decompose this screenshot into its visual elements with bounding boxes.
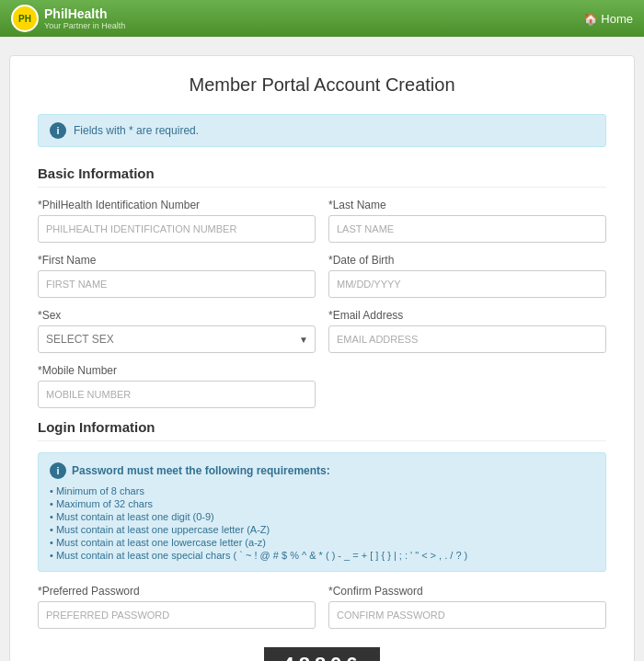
- preferred-pw-input[interactable]: [38, 601, 316, 629]
- last-name-label: *Last Name: [328, 199, 606, 211]
- info-icon: i: [50, 122, 66, 139]
- group-email: *Email Address: [328, 309, 606, 353]
- req-item-5: Must contain at least one lowercase lett…: [50, 536, 594, 549]
- req-item-4: Must contain at least one uppercase lett…: [50, 523, 594, 536]
- row-firstname-dob: *First Name *Date of Birth: [38, 254, 606, 298]
- logo-name: PhilHealth: [44, 6, 107, 21]
- group-first-name: *First Name: [38, 254, 316, 298]
- captcha-section: 48806 ↻ Refresh CAPTCHA: [38, 647, 606, 661]
- info-banner-text: Fields with * are required.: [74, 124, 199, 137]
- sex-label: *Sex: [38, 309, 316, 322]
- header-nav: 🏠 Home: [583, 12, 633, 26]
- req-item-1: Minimum of 8 chars: [50, 484, 594, 497]
- req-box-header: i Password must meet the following requi…: [50, 462, 594, 479]
- logo-text-block: PhilHealth Your Partner in Health: [44, 6, 125, 30]
- row-pin-lastname: *PhilHealth Identification Number *Last …: [38, 199, 606, 243]
- group-preferred-pw: *Preferred Password: [38, 585, 316, 629]
- group-dob: *Date of Birth: [328, 254, 606, 298]
- pin-label: *PhilHealth Identification Number: [38, 199, 316, 211]
- group-last-name: *Last Name: [328, 199, 606, 243]
- row-sex-email: *Sex SELECT SEX MALE FEMALE *Email Addre…: [38, 309, 606, 353]
- info-banner: i Fields with * are required.: [38, 114, 606, 147]
- group-sex: *Sex SELECT SEX MALE FEMALE: [38, 309, 316, 353]
- mobile-label: *Mobile Number: [38, 364, 316, 377]
- email-label: *Email Address: [328, 309, 606, 322]
- logo-subtext: Your Partner in Health: [44, 21, 125, 30]
- req-header-text: Password must meet the following require…: [72, 464, 330, 477]
- password-requirements-box: i Password must meet the following requi…: [38, 452, 606, 572]
- sex-select-wrapper: SELECT SEX MALE FEMALE: [38, 325, 316, 353]
- confirm-pw-input[interactable]: [328, 601, 606, 629]
- home-icon: 🏠: [583, 12, 598, 26]
- req-item-2: Maximum of 32 chars: [50, 497, 594, 510]
- mobile-input[interactable]: [38, 381, 316, 408]
- req-item-6: Must contain at least one special chars …: [50, 549, 594, 562]
- group-pin: *PhilHealth Identification Number: [38, 199, 316, 243]
- dob-input[interactable]: [328, 270, 606, 298]
- logo: PH PhilHealth Your Partner in Health: [11, 5, 125, 32]
- page-title: Member Portal Account Creation: [38, 74, 606, 96]
- basic-info-section-header: Basic Information: [38, 165, 606, 188]
- row-passwords: *Preferred Password *Confirm Password: [38, 585, 606, 629]
- group-mobile: *Mobile Number: [38, 364, 316, 408]
- last-name-input[interactable]: [328, 215, 606, 243]
- logo-icon: PH: [11, 5, 39, 32]
- email-input[interactable]: [328, 325, 606, 353]
- sex-select[interactable]: SELECT SEX MALE FEMALE: [38, 325, 316, 353]
- pin-input[interactable]: [38, 215, 316, 243]
- req-info-icon: i: [50, 462, 66, 479]
- confirm-pw-label: *Confirm Password: [328, 585, 606, 598]
- first-name-label: *First Name: [38, 254, 316, 267]
- requirements-list: Minimum of 8 chars Maximum of 32 chars M…: [50, 484, 594, 562]
- login-info-section-header: Login Information: [38, 419, 606, 441]
- first-name-input[interactable]: [38, 270, 316, 298]
- dob-label: *Date of Birth: [328, 254, 606, 267]
- main-container: Member Portal Account Creation i Fields …: [9, 55, 635, 661]
- captcha-display: 48806: [264, 647, 380, 661]
- header: PH PhilHealth Your Partner in Health 🏠 H…: [0, 0, 644, 37]
- req-item-3: Must contain at least one digit (0-9): [50, 510, 594, 523]
- preferred-pw-label: *Preferred Password: [38, 585, 316, 598]
- group-confirm-pw: *Confirm Password: [328, 585, 606, 629]
- home-link[interactable]: 🏠 Home: [583, 12, 633, 26]
- row-mobile: *Mobile Number: [38, 364, 606, 408]
- home-label: Home: [601, 12, 633, 26]
